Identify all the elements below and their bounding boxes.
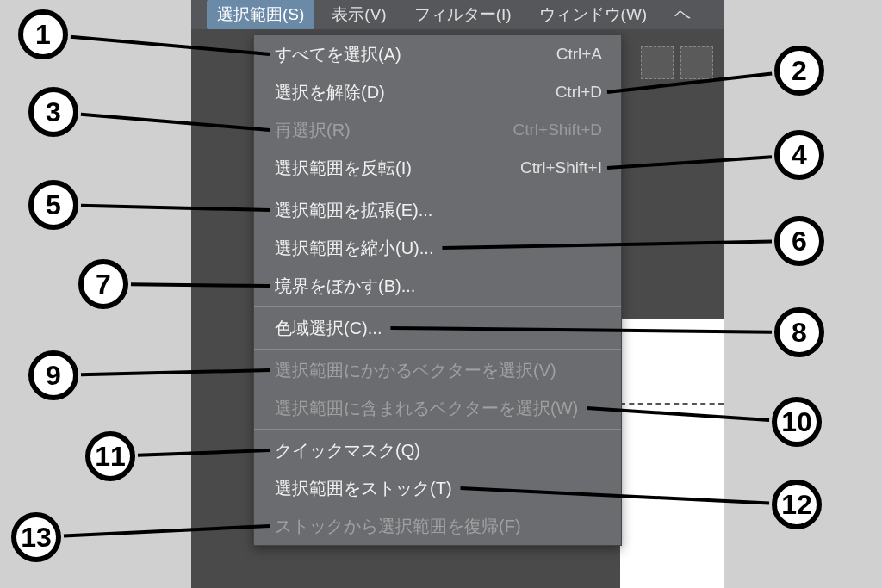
menu-item[interactable]: クイックマスク(Q)	[254, 431, 621, 469]
menu-item[interactable]: 選択範囲を縮小(U)...	[254, 229, 621, 267]
callout-badge: 4	[774, 130, 824, 180]
menu-item-shortcut: Ctrl+A	[556, 43, 602, 66]
menu-separator	[254, 349, 621, 350]
menu-item-label: 境界をぼかす(B)...	[275, 274, 415, 298]
selection-menu-dropdown: すべてを選択(A)Ctrl+A選択を解除(D)Ctrl+D再選択(R)Ctrl+…	[253, 34, 622, 546]
menu-item-label: 選択範囲を拡張(E)...	[275, 198, 432, 222]
menu-item[interactable]: 選択範囲を拡張(E)...	[254, 191, 621, 229]
menu-item-label: 選択範囲を反転(I)	[275, 156, 412, 180]
callout-badge: 7	[78, 259, 128, 309]
menubar-item[interactable]: ヘ	[664, 0, 701, 29]
menu-item-label: 選択範囲に含まれるベクターを選択(W)	[275, 396, 578, 420]
selection-icon[interactable]	[680, 46, 713, 79]
menu-item[interactable]: 境界をぼかす(B)...	[254, 267, 621, 305]
menu-item[interactable]: 選択範囲をストック(T)	[254, 469, 621, 507]
callout-badge: 1	[18, 9, 68, 59]
callout-badge: 9	[28, 350, 78, 400]
callout-badge: 5	[28, 180, 78, 230]
crop-icon[interactable]	[641, 46, 674, 79]
menu-item-label: 選択範囲を縮小(U)...	[275, 236, 433, 260]
menu-separator	[254, 429, 621, 430]
callout-badge: 8	[774, 307, 824, 357]
menu-item-label: ストックから選択範囲を復帰(F)	[275, 514, 521, 538]
menu-item-label: 選択範囲にかかるベクターを選択(V)	[275, 358, 556, 382]
menubar-item[interactable]: ウィンドウ(W)	[529, 0, 658, 29]
menu-separator	[254, 189, 621, 189]
callout-badge: 13	[11, 512, 61, 562]
toolbar-icons	[641, 46, 713, 79]
menu-item[interactable]: 選択範囲を反転(I)Ctrl+Shift+I	[254, 149, 621, 187]
menu-item-label: 選択を解除(D)	[275, 80, 385, 104]
callout-badge: 3	[28, 87, 78, 137]
callout-badge: 10	[772, 397, 822, 447]
callout-badge: 6	[774, 216, 824, 266]
callout-badge: 11	[85, 431, 135, 481]
menu-item: 再選択(R)Ctrl+Shift+D	[254, 111, 621, 149]
menu-item-label: クイックマスク(Q)	[275, 438, 420, 462]
menubar: 選択範囲(S)表示(V)フィルター(I)ウィンドウ(W)ヘ	[191, 0, 724, 29]
menubar-item[interactable]: 表示(V)	[321, 0, 396, 29]
menubar-item[interactable]: 選択範囲(S)	[207, 0, 314, 29]
menu-item-shortcut: Ctrl+D	[556, 81, 602, 104]
menu-item: 選択範囲に含まれるベクターを選択(W)	[254, 389, 621, 427]
callout-badge: 12	[772, 480, 822, 529]
menubar-item[interactable]: フィルター(I)	[404, 0, 522, 29]
canvas-area	[620, 319, 724, 588]
menu-item: ストックから選択範囲を復帰(F)	[254, 507, 621, 545]
menu-item-label: 選択範囲をストック(T)	[275, 476, 452, 500]
menu-item-label: 再選択(R)	[275, 118, 351, 142]
menu-separator	[254, 306, 621, 307]
menu-item-shortcut: Ctrl+Shift+D	[513, 119, 602, 142]
menu-item-shortcut: Ctrl+Shift+I	[520, 157, 602, 180]
menu-item[interactable]: 選択を解除(D)Ctrl+D	[254, 73, 621, 111]
menu-item-label: すべてを選択(A)	[275, 42, 401, 66]
menu-item[interactable]: すべてを選択(A)Ctrl+A	[254, 35, 621, 73]
menu-item[interactable]: 色域選択(C)...	[254, 309, 621, 347]
menu-item-label: 色域選択(C)...	[275, 316, 382, 340]
callout-badge: 2	[774, 46, 824, 96]
selection-marquee	[620, 403, 724, 405]
menu-item: 選択範囲にかかるベクターを選択(V)	[254, 351, 621, 389]
